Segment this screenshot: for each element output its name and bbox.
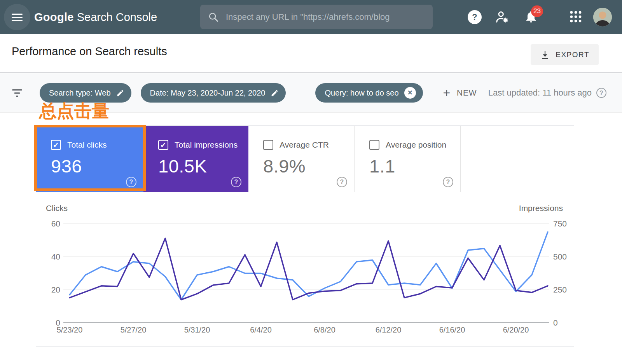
svg-text:20: 20 <box>51 285 60 294</box>
remove-filter-icon[interactable]: ✕ <box>404 87 416 99</box>
svg-text:6/20/20: 6/20/20 <box>503 326 529 334</box>
page-title: Performance on Search results <box>12 45 167 58</box>
page-header: Performance on Search results EXPORT <box>0 34 622 73</box>
svg-text:750: 750 <box>553 219 567 228</box>
svg-text:5/23/20: 5/23/20 <box>57 326 83 334</box>
search-icon <box>208 12 219 23</box>
avatar-photo <box>593 8 612 26</box>
svg-text:5/31/20: 5/31/20 <box>184 326 210 334</box>
apps-grid-icon <box>568 9 583 24</box>
filter-icon[interactable] <box>12 89 23 97</box>
user-settings-button[interactable] <box>494 9 510 25</box>
account-avatar[interactable] <box>593 8 612 26</box>
download-icon <box>540 50 550 60</box>
chip-label: Search type: Web <box>49 89 111 98</box>
notifications-button[interactable]: 23 <box>523 9 539 25</box>
last-updated-text: Last updated: 11 hours ago <box>488 88 592 98</box>
edit-pencil-icon <box>271 89 279 97</box>
svg-text:6/12/20: 6/12/20 <box>376 326 402 334</box>
url-inspect-searchbar[interactable] <box>200 5 433 29</box>
svg-text:6/8/20: 6/8/20 <box>314 326 335 334</box>
apps-grid-button[interactable] <box>568 9 584 25</box>
top-app-bar: Google Search Console ? 23 <box>0 0 622 34</box>
plus-icon: + <box>443 87 451 98</box>
info-question-icon[interactable]: ? <box>596 88 606 98</box>
user-gear-icon <box>494 9 510 25</box>
svg-text:500: 500 <box>553 252 567 261</box>
filter-chip-date-range[interactable]: Date: May 23, 2020-Jun 22, 2020 <box>141 83 286 103</box>
export-label: EXPORT <box>556 51 589 59</box>
edit-pencil-icon <box>116 89 124 97</box>
svg-text:0: 0 <box>553 318 558 327</box>
menu-button[interactable] <box>4 4 30 30</box>
brand-search-console: Search Console <box>77 11 157 23</box>
help-icon: ? <box>468 10 482 24</box>
svg-text:40: 40 <box>51 252 60 261</box>
help-button[interactable]: ? <box>468 9 483 25</box>
url-inspect-input[interactable] <box>226 12 425 22</box>
new-label: NEW <box>457 88 477 98</box>
svg-text:60: 60 <box>51 219 60 228</box>
notification-badge: 23 <box>531 5 543 17</box>
chip-label: Query: how to do seo <box>325 89 398 98</box>
hamburger-icon <box>12 14 23 15</box>
export-button[interactable]: EXPORT <box>531 44 599 65</box>
new-filter-button[interactable]: + NEW <box>443 87 477 98</box>
last-updated-status: Last updated: 11 hours ago ? <box>488 88 606 98</box>
chip-label: Date: May 23, 2020-Jun 22, 2020 <box>150 89 266 98</box>
svg-text:6/4/20: 6/4/20 <box>250 326 272 334</box>
annotation-highlight-box <box>34 125 146 191</box>
svg-text:250: 250 <box>553 285 567 294</box>
svg-text:6/16/20: 6/16/20 <box>439 326 465 334</box>
annotation-label: 总点击量 <box>39 99 109 123</box>
filter-chip-query[interactable]: Query: how to do seo ✕ <box>315 83 423 103</box>
brand-google: Google <box>34 11 74 23</box>
app-logo: Google Search Console <box>34 0 157 34</box>
svg-text:5/27/20: 5/27/20 <box>121 326 147 334</box>
